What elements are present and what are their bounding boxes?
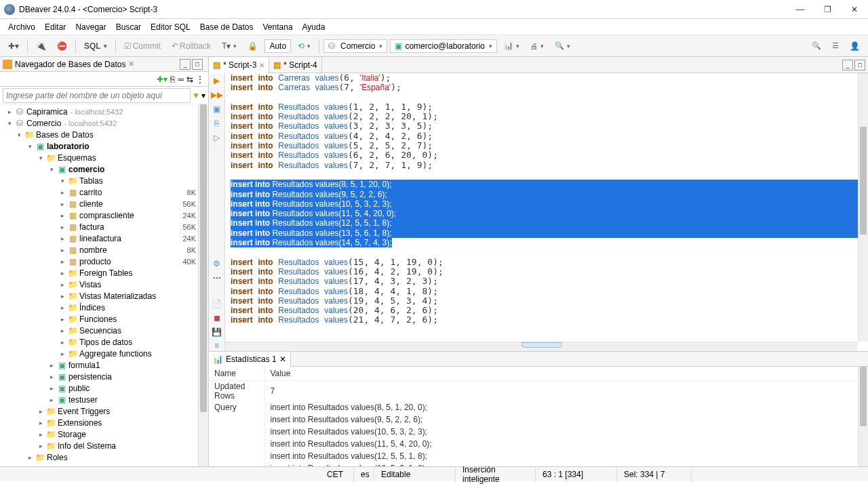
save-icon[interactable]: 💾 (212, 327, 222, 337)
tree-node-roles[interactable]: ▸📁Roles (0, 451, 208, 463)
tree-node-laboratorio[interactable]: ▾▣laboratorio (0, 140, 208, 152)
menu-ayuda[interactable]: Ayuda (298, 21, 330, 33)
load-icon[interactable]: ⎘ (212, 119, 222, 129)
menu-editar[interactable]: Editar (41, 21, 70, 33)
tab-close-icon[interactable]: ✕ (259, 62, 264, 69)
tree-node-secuencias[interactable]: ▸📁Secuencias (0, 325, 208, 336)
editor-tab[interactable]: ▤* Script-3✕ (209, 58, 269, 74)
tree-node-factura[interactable]: ▸▦factura56K (0, 221, 208, 232)
history-button[interactable]: ⟲ (294, 40, 315, 52)
tree-node-persistencia[interactable]: ▸▣persistencia (0, 371, 208, 382)
maximize-button[interactable]: ❐ (814, 0, 841, 19)
tree-node-testuser[interactable]: ▸▣testuser (0, 394, 208, 405)
tree-node-public[interactable]: ▸▣public (0, 382, 208, 394)
results-scroll[interactable] (858, 367, 868, 466)
settings-icon[interactable]: ⚙ (212, 258, 222, 268)
tree-node-funciones[interactable]: ▸📁Funciones (0, 313, 208, 325)
tree-node-info-del-sistema[interactable]: ▸📁Info del Sistema (0, 440, 208, 451)
tree-node-aggregate-functions[interactable]: ▸📁Aggregate functions (0, 348, 208, 359)
tree-node-capiramica[interactable]: ▸⛁Capiramica- localhost:5432 (0, 106, 208, 117)
disconnect-button[interactable]: ⛔ (53, 40, 71, 52)
copy-icon[interactable]: ⎘ (170, 75, 175, 84)
connect-button[interactable]: 🔌 (32, 40, 50, 52)
tree-node-bases-de-datos[interactable]: ▾📁Bases de Datos (0, 129, 208, 140)
minimize-view-icon[interactable]: _ (180, 59, 191, 70)
menu-archivo[interactable]: Archivo (4, 21, 39, 33)
list-icon[interactable]: ≡ (212, 341, 222, 351)
commit-button[interactable]: ☑ Commit (120, 40, 165, 52)
global-search-icon[interactable] (808, 40, 825, 52)
tree-node-comercio[interactable]: ▾⛁Comercio- localhost:5432 (0, 117, 208, 129)
tree-node-vistas-materializadas[interactable]: ▸📁Vistas Materializadas (0, 290, 208, 302)
sql-editor-button[interactable]: SQL (80, 40, 111, 52)
dots-icon[interactable]: ⋯ (212, 272, 222, 283)
execute-script-icon[interactable]: ▶▶ (212, 90, 222, 100)
status-sel: Sel: 334 | 7 (617, 467, 692, 482)
editor-tab[interactable]: ▤* Script-4 (269, 57, 321, 73)
menu-editor sql[interactable]: Editor SQL (146, 21, 195, 33)
results-grid[interactable]: NameValue Updated Rows7 Queryinsert into… (209, 367, 868, 466)
filter-menu-icon[interactable]: ▾ (201, 91, 205, 100)
tree-node-lineafactura[interactable]: ▸▦lineafactura24K (0, 232, 208, 244)
tree-scrollbar[interactable] (198, 104, 208, 466)
results-tab-label[interactable]: Estadísticas 1 (226, 354, 277, 364)
print-icon[interactable] (526, 41, 548, 52)
run-icon[interactable]: ▷ (212, 133, 222, 143)
execute-icon[interactable]: ▶ (212, 76, 222, 86)
collapse-icon[interactable]: ═ (178, 75, 184, 84)
more-icon[interactable]: ⋮ (196, 75, 204, 84)
stop-icon[interactable]: ◼ (212, 312, 222, 323)
menu-navegar[interactable]: Navegar (71, 21, 110, 33)
tree-node-nombre[interactable]: ▸▦nombre8K (0, 244, 208, 256)
page-icon[interactable]: 📄 (212, 298, 222, 308)
tree-node-extensiones[interactable]: ▸📁Extensiones (0, 417, 208, 428)
tree-node-producto[interactable]: ▸▦producto40K (0, 256, 208, 267)
menu-base de datos[interactable]: Base de Datos (196, 21, 258, 33)
tree-node-índices[interactable]: ▸📁Índices (0, 302, 208, 313)
explain-icon[interactable]: ▣ (212, 104, 222, 115)
results-tab-close[interactable]: ✕ (279, 354, 286, 364)
tree-node-esquemas[interactable]: ▾📁Esquemas (0, 152, 208, 163)
chart-icon[interactable] (500, 40, 524, 52)
tree-node-cliente[interactable]: ▸▦cliente56K (0, 198, 208, 209)
new-connection-button[interactable]: ✚▾ (4, 40, 23, 52)
sql-editor[interactable]: insert into Carreras values(6, 'Italia')… (225, 73, 868, 325)
tree-node-tipos-de-datos[interactable]: ▸📁Tipos de datos (0, 336, 208, 348)
main-toolbar: ✚▾ 🔌 ⛔ SQL ☑ Commit ↶ Rollback T▾ 🔒 Auto… (0, 35, 868, 57)
editor-vscroll[interactable] (858, 73, 868, 342)
status-pos: 63 : 1 [334] (536, 467, 617, 482)
sash-handle[interactable] (521, 342, 562, 348)
link-icon[interactable]: ⇆ (186, 75, 193, 84)
rollback-button[interactable]: ↶ Rollback (167, 40, 215, 52)
menu-ventana[interactable]: Ventana (259, 21, 297, 33)
tree-node-carrito[interactable]: ▸▦carrito8K (0, 186, 208, 198)
close-button[interactable]: ✕ (841, 0, 868, 19)
menu-buscar[interactable]: Buscar (112, 21, 145, 33)
tree-node-formula1[interactable]: ▸▣formula1 (0, 359, 208, 371)
tree-node-storage[interactable]: ▸📁Storage (0, 428, 208, 440)
navigator-search-input[interactable] (3, 88, 191, 103)
tree-node-tablas[interactable]: ▾📁Tablas (0, 175, 208, 186)
auto-combo[interactable]: Auto (264, 39, 291, 53)
navigator-tree[interactable]: ▸⛁Capiramica- localhost:5432▾⛁Comercio- … (0, 104, 208, 466)
maximize-view-icon[interactable]: □ (192, 59, 203, 70)
filter-icon[interactable]: ▼ (192, 91, 200, 100)
tx-button[interactable]: T▾ (218, 40, 241, 52)
editor-max-icon[interactable]: □ (854, 60, 865, 70)
tree-node-event-triggers[interactable]: ▸📁Event Triggers (0, 405, 208, 417)
editor-min-icon[interactable]: _ (842, 60, 853, 70)
tree-node-comercio[interactable]: ▾▣comercio (0, 163, 208, 175)
tree-node-comprascliente[interactable]: ▸▦comprascliente24K (0, 209, 208, 221)
tree-node-foreign-tables[interactable]: ▸📁Foreign Tables (0, 267, 208, 279)
minimize-button[interactable]: — (787, 0, 814, 19)
user-icon[interactable]: 👤 (846, 40, 864, 52)
editor-hscroll[interactable] (225, 342, 858, 351)
connection-combo[interactable]: Comercio (323, 39, 387, 53)
database-combo[interactable]: ▣ comercio@laboratorio (390, 39, 497, 53)
sql-file-icon: ▤ (273, 60, 281, 70)
close-view-button[interactable]: ✕ (128, 60, 134, 68)
new-folder-icon[interactable]: ✚▾ (157, 75, 167, 84)
perspective-icon[interactable] (828, 40, 843, 52)
tree-node-vistas[interactable]: ▸📁Vistas (0, 279, 208, 290)
search-icon[interactable] (551, 40, 574, 52)
